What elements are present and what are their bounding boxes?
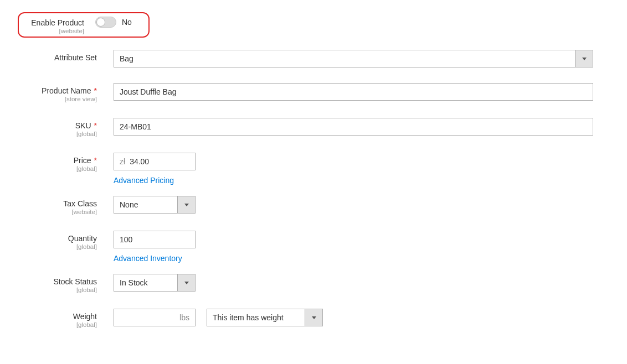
label-attribute-set: Attribute Set	[0, 50, 97, 62]
label-scope: [website]	[0, 209, 97, 215]
label-stock-status: Stock Status [global]	[0, 274, 97, 293]
weight-value-input[interactable]	[120, 313, 164, 322]
row-quantity: Quantity [global] Advanced Inventory	[0, 231, 627, 263]
enable-product-toggle[interactable]: No	[95, 17, 132, 28]
label-price: Price* [global]	[0, 153, 97, 172]
stock-status-select[interactable]: In Stock	[114, 274, 196, 292]
label-text: Attribute Set	[0, 53, 97, 62]
label-scope: [global]	[0, 243, 97, 250]
label-quantity: Quantity [global]	[0, 231, 97, 250]
tax-class-select[interactable]: None	[114, 196, 196, 214]
label-text: Enable Product	[24, 18, 84, 27]
field-quantity: Advanced Inventory	[114, 231, 196, 263]
toggle-track	[95, 17, 116, 28]
required-marker: *	[94, 121, 97, 130]
row-attribute-set: Attribute Set Bag	[0, 50, 627, 67]
select-value: This item has weight	[207, 309, 305, 326]
select-value: In Stock	[114, 274, 177, 291]
label-text: SKU	[75, 121, 91, 130]
toggle-state-text: No	[122, 18, 132, 27]
weight-unit: lbs	[179, 313, 189, 322]
label-text: Tax Class	[0, 199, 97, 208]
weight-input[interactable]: lbs	[114, 309, 196, 326]
advanced-inventory-link[interactable]: Advanced Inventory	[114, 254, 182, 263]
label-text: Quantity	[0, 234, 97, 243]
row-price: Price* [global] zł Advanced Pricing	[0, 153, 627, 185]
label-text: Weight	[0, 312, 97, 321]
row-stock-status: Stock Status [global] In Stock	[0, 274, 627, 293]
price-input[interactable]: zł	[114, 153, 196, 170]
currency-prefix: zł	[120, 157, 125, 166]
label-product-name: Product Name* [store view]	[0, 83, 97, 102]
row-product-name: Product Name* [store view]	[0, 83, 627, 102]
required-marker: *	[94, 86, 97, 95]
chevron-down-icon	[177, 274, 195, 291]
row-tax-class: Tax Class [website] None	[0, 196, 627, 215]
quantity-input[interactable]	[114, 231, 196, 248]
price-value-input[interactable]	[130, 157, 189, 166]
label-weight: Weight [global]	[0, 309, 97, 328]
chevron-down-icon	[575, 50, 593, 67]
attribute-set-select[interactable]: Bag	[114, 50, 593, 67]
label-scope: [website]	[24, 28, 84, 34]
field-tax-class: None	[114, 196, 196, 214]
label-scope: [global]	[0, 287, 97, 293]
field-price: zł Advanced Pricing	[114, 153, 196, 185]
label-text: Price	[74, 156, 91, 165]
highlight-enable-product: Enable Product [website] No	[18, 12, 150, 38]
chevron-down-icon	[177, 196, 195, 213]
chevron-down-icon	[305, 309, 322, 326]
advanced-pricing-link[interactable]: Advanced Pricing	[114, 176, 174, 185]
field-stock-status: In Stock	[114, 274, 196, 292]
row-sku: SKU* [global]	[0, 118, 627, 137]
select-value: Bag	[114, 50, 575, 67]
label-text: Stock Status	[0, 277, 97, 286]
row-weight: Weight [global] lbs This item has weight	[0, 309, 627, 328]
label-scope: [store view]	[0, 96, 97, 102]
toggle-knob	[96, 18, 105, 27]
field-enable-product: No	[95, 17, 132, 28]
label-scope: [global]	[0, 165, 97, 172]
label-scope: [global]	[0, 321, 97, 328]
label-sku: SKU* [global]	[0, 118, 97, 137]
sku-input[interactable]	[114, 118, 593, 136]
field-product-name	[114, 83, 593, 101]
field-weight: lbs This item has weight	[114, 309, 323, 326]
label-text: Product Name	[42, 86, 91, 95]
label-tax-class: Tax Class [website]	[0, 196, 97, 215]
select-value: None	[114, 196, 177, 213]
required-marker: *	[94, 156, 97, 165]
weight-type-select[interactable]: This item has weight	[207, 309, 323, 326]
field-attribute-set: Bag	[114, 50, 593, 67]
row-enable-product: Enable Product [website] No	[0, 12, 627, 38]
label-enable-product: Enable Product [website]	[24, 17, 84, 34]
field-sku	[114, 118, 593, 136]
label-scope: [global]	[0, 131, 97, 137]
product-form: Enable Product [website] No Attribute Se…	[0, 0, 627, 328]
product-name-input[interactable]	[114, 83, 593, 101]
